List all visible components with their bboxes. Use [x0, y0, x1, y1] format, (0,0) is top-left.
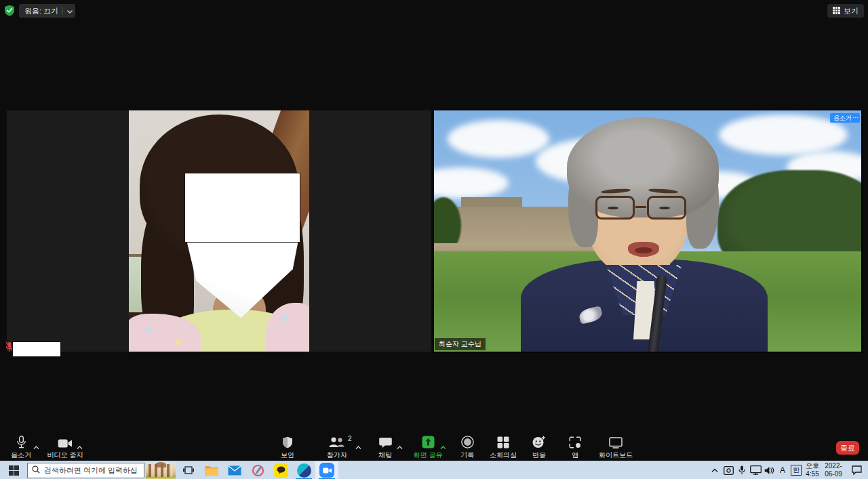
reactions-button[interactable]: 반응: [519, 436, 559, 460]
clock-time: 오후 4:55: [803, 462, 822, 478]
tray-volume-icon[interactable]: [762, 461, 776, 479]
security-shield-icon: [282, 436, 293, 449]
stop-video-button[interactable]: 비디오 중지: [38, 436, 92, 460]
video-options-caret[interactable]: [77, 440, 83, 453]
original-sound-label: 원음: 끄기: [24, 6, 58, 16]
record-icon: [461, 436, 474, 449]
tray-microphone-icon[interactable]: [735, 461, 749, 479]
divider: [62, 7, 63, 15]
tray-display-icon[interactable]: [749, 461, 762, 479]
apps-label: 앱: [572, 451, 578, 460]
microphone-icon: [16, 436, 26, 449]
end-meeting-button[interactable]: 종료: [836, 441, 859, 455]
tray-app-icon[interactable]: [722, 461, 735, 479]
eye: [659, 207, 670, 209]
view-button[interactable]: 보기: [827, 4, 864, 18]
grid-view-icon: [833, 7, 840, 16]
view-label: 보기: [844, 6, 859, 16]
whiteboard-icon: [609, 436, 623, 449]
reactions-label: 반응: [532, 451, 546, 460]
apps-icon: [569, 436, 581, 449]
reactions-smiley-icon: [532, 436, 546, 449]
search-input[interactable]: [44, 466, 138, 474]
video-tile-local[interactable]: [7, 110, 431, 352]
participants-options-caret[interactable]: [355, 440, 361, 453]
chevron-down-icon[interactable]: [67, 7, 73, 15]
video-tile-remote[interactable]: 음소거 ··· 최순자 교수님: [434, 110, 861, 352]
start-button[interactable]: [0, 461, 27, 479]
ime-korean-indicator[interactable]: 한: [789, 461, 803, 479]
zoom-meeting-window: 원음: 끄기 보기: [0, 0, 868, 479]
chat-bubble-icon: [379, 436, 392, 449]
whale-browser-icon[interactable]: [292, 461, 315, 479]
mouth: [635, 247, 652, 253]
cloud: [448, 120, 549, 158]
eye: [608, 207, 618, 209]
mute-label: 음소거: [11, 451, 31, 460]
task-view-button[interactable]: [177, 461, 200, 479]
windows-taskbar: A 한 오후 4:55 2022-06-09: [0, 461, 868, 479]
local-video-feed: [129, 110, 309, 352]
zoom-app-icon[interactable]: [315, 461, 338, 479]
capture-tool-icon[interactable]: [246, 461, 269, 479]
taskbar-clock[interactable]: 오후 4:55 2022-06-09: [803, 461, 845, 479]
participant-name-label: 최순자 교수님: [435, 338, 486, 350]
share-screen-label: 화면 공유: [414, 451, 443, 460]
search-icon: [32, 464, 40, 476]
glasses-bridge: [635, 206, 646, 208]
gray-hair: [567, 117, 719, 217]
tray-expand-caret[interactable]: [708, 461, 722, 479]
share-options-caret[interactable]: [440, 440, 446, 453]
participants-count-badge: 2: [348, 435, 352, 442]
breakout-rooms-icon: [497, 436, 509, 449]
participants-icon: [328, 436, 346, 449]
whiteboard-label: 화이트보드: [599, 451, 633, 460]
original-sound-button[interactable]: 원음: 끄기: [19, 4, 75, 18]
chat-label: 채팅: [378, 451, 392, 460]
file-explorer-icon[interactable]: [200, 461, 223, 479]
ime-english-indicator[interactable]: A: [776, 461, 789, 479]
chat-options-caret[interactable]: [397, 440, 403, 453]
encryption-shield-icon[interactable]: [4, 5, 15, 16]
clock-date: 2022-06-09: [822, 462, 845, 478]
privacy-box-name: [12, 341, 61, 357]
action-center-button[interactable]: [845, 461, 868, 479]
kakaotalk-icon[interactable]: [269, 461, 292, 479]
cloud: [719, 114, 848, 155]
pinned-palace-image-icon[interactable]: [144, 461, 177, 479]
breakout-rooms-label: 소회의실: [490, 451, 517, 460]
video-camera-icon: [58, 436, 73, 449]
taskbar-search[interactable]: [27, 463, 144, 478]
mail-app-icon[interactable]: [223, 461, 246, 479]
whiteboard-button[interactable]: 화이트보드: [589, 436, 643, 460]
privacy-box-face: [184, 173, 300, 243]
security-button[interactable]: 보안: [267, 436, 308, 460]
share-screen-icon: [422, 436, 435, 449]
participants-label: 참가자: [327, 451, 347, 460]
more-options-button[interactable]: ···: [851, 113, 860, 123]
security-label: 보안: [281, 451, 294, 460]
record-label: 기록: [460, 451, 474, 460]
